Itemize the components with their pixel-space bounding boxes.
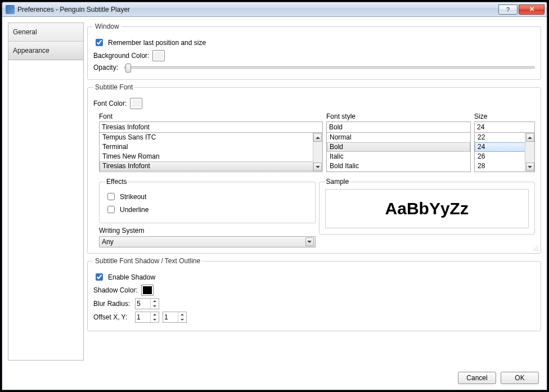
font-combo-value: Tiresias Infofont bbox=[102, 123, 150, 131]
question-icon: ? bbox=[506, 6, 510, 13]
opacity-slider[interactable] bbox=[124, 66, 535, 69]
app-icon bbox=[6, 5, 15, 14]
offset-x-spinner[interactable] bbox=[135, 312, 159, 323]
offset-y-spinner[interactable] bbox=[163, 312, 187, 323]
style-listbox[interactable]: Normal Bold Italic Bold Italic bbox=[326, 133, 471, 172]
font-combo[interactable]: Tiresias Infofont bbox=[99, 121, 323, 133]
group-window: Window Remember last position and size B… bbox=[87, 22, 541, 80]
size-head: Size bbox=[474, 112, 535, 120]
style-item[interactable]: Bold Italic bbox=[327, 161, 470, 171]
style-item[interactable]: Bold bbox=[327, 142, 470, 152]
style-item[interactable]: Normal bbox=[327, 133, 470, 142]
blur-spinner[interactable] bbox=[135, 298, 159, 309]
close-icon: ✕ bbox=[529, 6, 534, 13]
ws-value: Any bbox=[102, 238, 114, 246]
offset-y-input[interactable] bbox=[163, 312, 178, 322]
writing-system-combo[interactable]: Any bbox=[99, 236, 316, 247]
font-item[interactable]: Tiresias Infofont bbox=[100, 161, 322, 171]
sidebar-tab-general[interactable]: General bbox=[8, 23, 83, 42]
shadow-color-swatch[interactable] bbox=[141, 285, 154, 296]
spin-down-icon[interactable] bbox=[151, 317, 159, 322]
opacity-label: Opacity: bbox=[93, 64, 118, 71]
enable-shadow-label: Enable Shadow bbox=[108, 273, 155, 281]
shadow-color-label: Shadow Color: bbox=[93, 286, 138, 294]
scroll-down-icon[interactable] bbox=[313, 163, 322, 171]
opacity-thumb[interactable] bbox=[125, 64, 131, 73]
group-font-legend: Subtitle Font bbox=[93, 83, 134, 91]
font-head: Font bbox=[99, 112, 323, 120]
blur-input[interactable] bbox=[136, 299, 150, 309]
style-combo-value: Bold bbox=[329, 123, 343, 131]
effects-legend: Effects bbox=[105, 178, 128, 186]
resize-grip-icon[interactable] bbox=[532, 244, 538, 251]
font-item[interactable]: Times New Roman bbox=[100, 152, 322, 161]
strikeout-checkbox[interactable] bbox=[107, 193, 115, 200]
enable-shadow-checkbox[interactable] bbox=[96, 273, 103, 281]
remember-checkbox[interactable] bbox=[96, 39, 103, 46]
titlebar[interactable]: Preferences - Penguin Subtitle Player ? … bbox=[2, 2, 547, 17]
blur-label: Blur Radius: bbox=[93, 300, 132, 308]
sidebar: General Appearance bbox=[8, 22, 84, 361]
chevron-down-icon bbox=[305, 237, 314, 246]
close-button[interactable]: ✕ bbox=[519, 4, 544, 15]
style-combo[interactable]: Bold bbox=[326, 121, 471, 133]
spin-up-icon[interactable] bbox=[151, 312, 159, 317]
font-item[interactable]: Terminal bbox=[100, 142, 322, 152]
window-title: Preferences - Penguin Subtitle Player bbox=[17, 6, 498, 13]
scroll-up-icon[interactable] bbox=[526, 133, 534, 142]
spin-down-icon[interactable] bbox=[178, 317, 186, 322]
fontcolor-label: Font Color: bbox=[93, 100, 127, 107]
style-item[interactable]: Italic bbox=[327, 152, 470, 161]
group-shadow-legend: Subtitle Font Shadow / Text Outline bbox=[93, 257, 202, 265]
group-shadow: Subtitle Font Shadow / Text Outline Enab… bbox=[87, 257, 541, 331]
font-item[interactable]: Tempus Sans ITC bbox=[100, 133, 322, 142]
underline-checkbox[interactable] bbox=[107, 206, 115, 213]
sample-text: AaBbYyZz bbox=[385, 199, 469, 218]
group-subtitle-font: Subtitle Font Font Color: Font Tiresias … bbox=[87, 83, 541, 254]
group-window-legend: Window bbox=[93, 22, 121, 30]
underline-label: Underline bbox=[120, 206, 148, 214]
size-combo-value: 24 bbox=[477, 123, 484, 131]
font-listbox[interactable]: Tempus Sans ITC Terminal Times New Roman… bbox=[99, 133, 323, 172]
cancel-button[interactable]: Cancel bbox=[458, 372, 496, 384]
font-scrollbar[interactable] bbox=[313, 133, 322, 172]
sample-legend: Sample bbox=[325, 178, 350, 186]
scroll-up-icon[interactable] bbox=[313, 133, 322, 142]
sample-box: AaBbYyZz bbox=[325, 189, 529, 228]
spin-up-icon[interactable] bbox=[151, 299, 159, 304]
dialog-button-bar: Cancel OK bbox=[2, 366, 547, 390]
help-button[interactable]: ? bbox=[498, 4, 518, 15]
bgcolor-swatch[interactable] bbox=[152, 50, 165, 61]
style-head: Font style bbox=[326, 112, 471, 120]
offset-label: Offset X, Y: bbox=[93, 313, 132, 321]
offset-x-input[interactable] bbox=[136, 312, 150, 322]
size-combo[interactable]: 24 bbox=[474, 121, 535, 133]
remember-label: Remember last position and size bbox=[108, 39, 206, 47]
group-effects: Effects Strikeout Underline bbox=[99, 178, 316, 223]
sidebar-tab-appearance[interactable]: Appearance bbox=[8, 42, 83, 60]
fontcolor-swatch[interactable] bbox=[130, 98, 142, 109]
spin-down-icon[interactable] bbox=[151, 304, 159, 309]
spin-up-icon[interactable] bbox=[178, 312, 186, 317]
ok-button[interactable]: OK bbox=[501, 372, 539, 384]
group-sample: Sample AaBbYyZz bbox=[319, 178, 536, 235]
scroll-down-icon[interactable] bbox=[526, 163, 534, 171]
bgcolor-label: Background Color: bbox=[93, 52, 149, 60]
size-scrollbar[interactable] bbox=[525, 133, 534, 172]
strikeout-label: Strikeout bbox=[120, 193, 146, 201]
ws-label: Writing System bbox=[99, 227, 316, 235]
size-listbox[interactable]: 22 24 26 28 bbox=[474, 133, 535, 172]
